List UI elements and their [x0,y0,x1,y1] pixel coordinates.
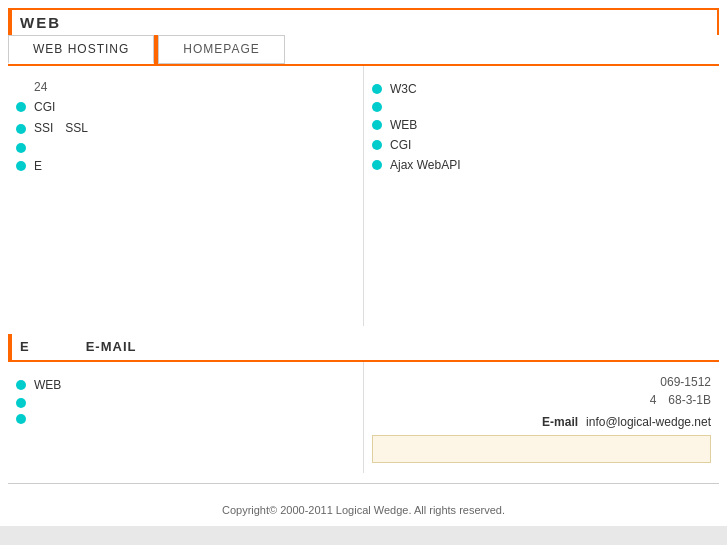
tab-homepage[interactable]: HOMEPAGE [158,35,284,64]
phone2: 4 68-3-1B [372,392,711,409]
page-wrapper: WEB WEB HOSTING HOMEPAGE 24 CGI SSI SSL [0,8,727,545]
email-line: E-mailinfo@logical-wedge.net [372,415,711,429]
list-item: SSI SSL [16,120,355,137]
email-value: info@logical-wedge.net [586,415,711,429]
bullet-icon [16,102,26,112]
bottom-left: WEB [8,362,364,473]
list-item: W3C [372,82,711,96]
bullet-icon [372,160,382,170]
section-label: E E-MAIL [20,338,136,356]
list-item: WEB [16,378,355,392]
list-item: Ajax WebAPI [372,158,711,172]
list-item: CGI [16,100,355,114]
bullet-icon [372,102,382,112]
email-input[interactable] [372,435,711,463]
bullet-icon [16,398,26,408]
list-item [372,102,711,112]
section-bar: E E-MAIL [8,334,719,362]
list-item [16,143,355,153]
copyright-text: Copyright© 2000-2011 Logical Wedge. All … [222,504,505,516]
bullet-icon [16,143,26,153]
title-bar: WEB [8,8,719,35]
page-title: WEB [20,14,61,31]
list-item [16,398,355,408]
bullet-icon [16,161,26,171]
list-item [16,414,355,424]
list-item: WEB [372,118,711,132]
bullet-icon [16,124,26,134]
gray-bottom-area [0,526,727,545]
bullet-icon [16,380,26,390]
col-left: 24 CGI SSI SSL E [8,66,364,326]
tabs-row: WEB HOSTING HOMEPAGE [8,35,719,66]
main-content: 24 CGI SSI SSL E W3C [8,66,719,326]
phone1: 069-1512 [372,375,711,389]
bullet-icon [16,414,26,424]
list-item: E [16,159,355,173]
bullet-icon [372,140,382,150]
list-item: CGI [372,138,711,152]
bottom-right: 069-1512 4 68-3-1B E-mailinfo@logical-we… [364,362,719,473]
tab-web-hosting[interactable]: WEB HOSTING [8,35,154,64]
number-row: 24 [34,80,355,94]
bullet-icon [372,84,382,94]
col-right: W3C WEB CGI Ajax WebAPI [364,66,719,326]
footer: Copyright© 2000-2011 Logical Wedge. All … [0,494,727,526]
divider [8,483,719,484]
bottom-content: WEB 069-1512 4 68-3-1B E-mailinfo@logica… [8,362,719,473]
email-label: E-mail [542,415,578,429]
bullet-icon [372,120,382,130]
